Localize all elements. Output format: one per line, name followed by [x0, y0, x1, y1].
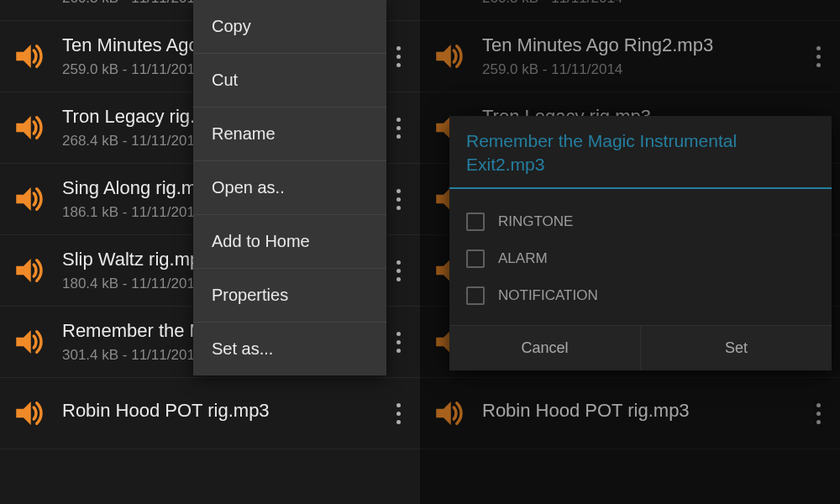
file-text: Ten Minutes Ago Ring2.mp3259.0 kB - 11/1… [482, 34, 806, 78]
speaker-icon [432, 39, 467, 74]
speaker-icon [432, 0, 467, 3]
overflow-icon[interactable] [386, 118, 410, 139]
speaker-icon [12, 253, 47, 288]
pane-right: Star_Wars_Ice_Cream_Truck_1…260.3 kB - 1… [420, 0, 840, 504]
file-text: Star_Wars_Ice_Cream_Truck_1…260.3 kB - 1… [482, 0, 806, 7]
overflow-icon[interactable] [806, 403, 830, 424]
set-button[interactable]: Set [640, 326, 832, 370]
overflow-icon[interactable] [386, 332, 410, 353]
overflow-icon[interactable] [386, 46, 410, 67]
overflow-icon[interactable] [386, 189, 410, 210]
context-menu-item-rename[interactable]: Rename [193, 108, 386, 161]
file-row[interactable]: Robin Hood POT rig.mp3 [0, 378, 420, 449]
checkbox-icon[interactable] [466, 213, 485, 231]
dialog-option-ringtone[interactable]: RINGTONE [466, 206, 815, 243]
file-title: Ten Minutes Ago Ring2.mp3 [482, 34, 806, 56]
file-row[interactable]: Ten Minutes Ago Ring2.mp3259.0 kB - 11/1… [420, 21, 840, 92]
dialog-actions: Cancel Set [449, 325, 832, 370]
dialog-title: Remember the Magic Instrumental Exit2.mp… [449, 129, 832, 187]
context-menu-item-copy[interactable]: Copy [193, 0, 386, 54]
context-menu-item-open-as[interactable]: Open as.. [193, 161, 386, 215]
set-as-dialog: Remember the Magic Instrumental Exit2.mp… [449, 116, 832, 370]
file-meta: 259.0 kB - 11/11/2014 [482, 61, 806, 78]
checkbox-icon[interactable] [466, 249, 485, 268]
dialog-body: RINGTONEALARMNOTIFICATION [449, 189, 832, 325]
overflow-icon[interactable] [386, 260, 410, 281]
file-text: Robin Hood POT rig.mp3 [482, 400, 806, 427]
checkbox-icon[interactable] [466, 286, 485, 305]
file-row[interactable]: Robin Hood POT rig.mp3 [420, 378, 840, 449]
file-title: Robin Hood POT rig.mp3 [482, 400, 806, 422]
context-menu-item-properties[interactable]: Properties [193, 269, 386, 323]
file-meta: 260.3 kB - 11/11/2014 [482, 0, 806, 7]
speaker-icon [12, 181, 47, 217]
pane-left: Star_Wars_Ice_Cream_Truck_1…260.3 kB - 1… [0, 0, 420, 504]
context-menu-item-cut[interactable]: Cut [193, 54, 386, 108]
speaker-icon [12, 324, 47, 360]
file-row[interactable]: Star_Wars_Ice_Cream_Truck_1…260.3 kB - 1… [420, 0, 840, 21]
speaker-icon [12, 110, 47, 145]
overflow-icon[interactable] [806, 46, 830, 67]
context-menu: CopyCutRenameOpen as..Add to HomePropert… [193, 0, 386, 375]
context-menu-item-add-to-home[interactable]: Add to Home [193, 215, 386, 269]
speaker-icon [12, 396, 47, 431]
overflow-icon[interactable] [386, 403, 410, 424]
cancel-button[interactable]: Cancel [449, 326, 640, 370]
speaker-icon [12, 39, 47, 74]
dialog-option-label: ALARM [498, 250, 548, 267]
dialog-option-label: RINGTONE [498, 213, 573, 230]
file-text: Robin Hood POT rig.mp3 [62, 400, 386, 427]
file-title: Robin Hood POT rig.mp3 [62, 400, 386, 422]
dialog-option-label: NOTIFICATION [498, 287, 598, 304]
speaker-icon [432, 396, 467, 431]
context-menu-item-set-as[interactable]: Set as... [193, 323, 386, 375]
speaker-icon [12, 0, 47, 3]
dialog-option-notification[interactable]: NOTIFICATION [466, 280, 815, 317]
dialog-option-alarm[interactable]: ALARM [466, 243, 815, 280]
